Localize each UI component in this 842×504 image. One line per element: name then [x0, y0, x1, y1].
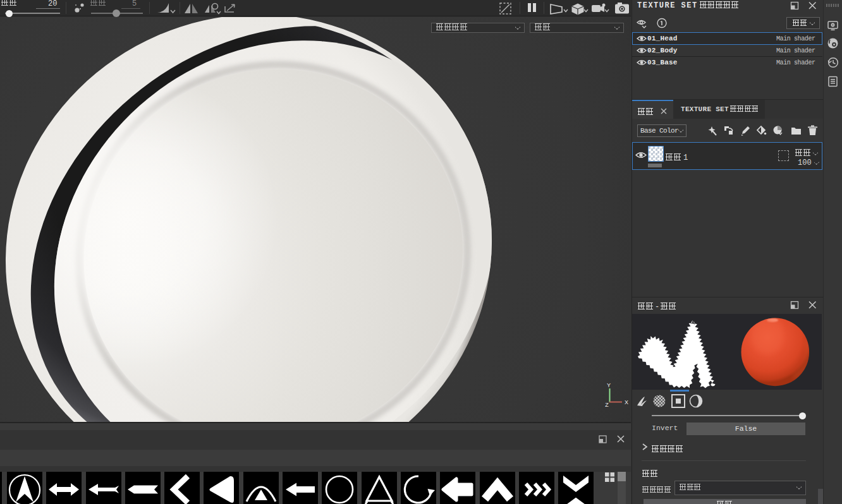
svg-text:Z: Z [605, 402, 609, 408]
svg-text:Y: Y [607, 382, 611, 388]
svg-text:X: X [625, 399, 628, 405]
